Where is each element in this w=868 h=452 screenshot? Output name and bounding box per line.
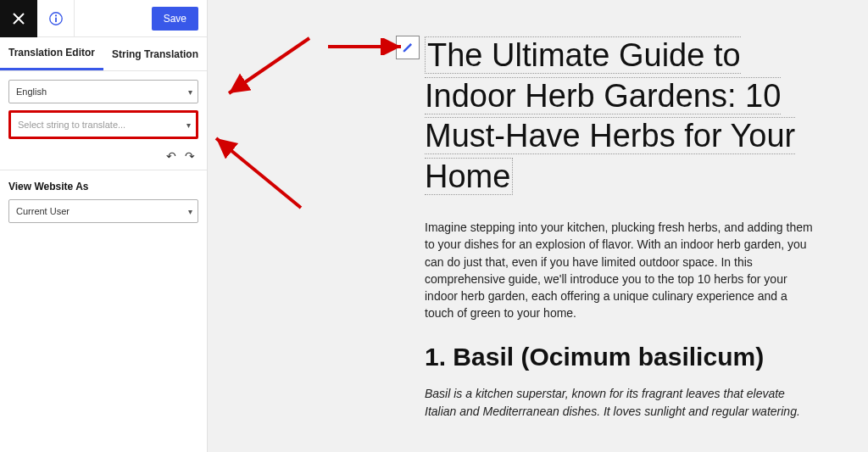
info-button[interactable] bbox=[37, 0, 75, 37]
divider bbox=[0, 170, 207, 170]
view-as-select[interactable]: Current User ▾ bbox=[8, 199, 198, 223]
save-button[interactable]: Save bbox=[152, 7, 198, 31]
info-icon bbox=[48, 11, 64, 26]
svg-rect-2 bbox=[55, 17, 57, 21]
sidebar: Save Translation Editor String Translati… bbox=[0, 0, 208, 452]
chevron-down-icon: ▾ bbox=[186, 120, 191, 130]
language-select[interactable]: English ▾ bbox=[8, 80, 198, 103]
tab-translation-editor[interactable]: Translation Editor bbox=[0, 37, 103, 70]
close-icon bbox=[12, 12, 25, 25]
article-desc-1: Basil is a kitchen superstar, known for … bbox=[425, 385, 815, 420]
title-text[interactable]: The Ultimate Guide to Indoor Herb Garden… bbox=[425, 36, 795, 195]
close-button[interactable] bbox=[0, 0, 37, 37]
edit-badge[interactable] bbox=[396, 36, 420, 59]
article-intro: Imagine stepping into your kitchen, pluc… bbox=[425, 219, 815, 322]
string-select-placeholder: Select string to translate... bbox=[18, 120, 125, 130]
redo-button[interactable]: ↷ bbox=[185, 149, 195, 163]
view-as-value: Current User bbox=[16, 206, 70, 216]
content-preview: The Ultimate Guide to Indoor Herb Garden… bbox=[208, 0, 868, 452]
article: The Ultimate Guide to Indoor Herb Garden… bbox=[425, 36, 815, 420]
article-title: The Ultimate Guide to Indoor Herb Garden… bbox=[425, 36, 815, 197]
chevron-down-icon: ▾ bbox=[188, 207, 192, 216]
string-select[interactable]: Select string to translate... ▾ bbox=[8, 110, 198, 139]
chevron-down-icon: ▾ bbox=[188, 87, 192, 97]
article-heading-1: 1. Basil (Ocimum basilicum) bbox=[425, 343, 815, 372]
svg-point-1 bbox=[54, 14, 56, 16]
annotation-arrow bbox=[208, 123, 309, 216]
svg-line-3 bbox=[229, 38, 309, 93]
view-as-label: View Website As bbox=[8, 181, 198, 193]
annotation-arrow bbox=[216, 30, 318, 106]
language-select-value: English bbox=[16, 86, 47, 97]
undo-button[interactable]: ↶ bbox=[166, 149, 176, 163]
tab-string-translation[interactable]: String Translation bbox=[103, 37, 207, 70]
svg-line-5 bbox=[216, 138, 301, 208]
topbar: Save bbox=[0, 0, 207, 37]
pencil-icon bbox=[402, 42, 414, 53]
undo-redo-bar: ↶ ↷ bbox=[8, 146, 198, 170]
tabs: Translation Editor String Translation bbox=[0, 37, 207, 71]
